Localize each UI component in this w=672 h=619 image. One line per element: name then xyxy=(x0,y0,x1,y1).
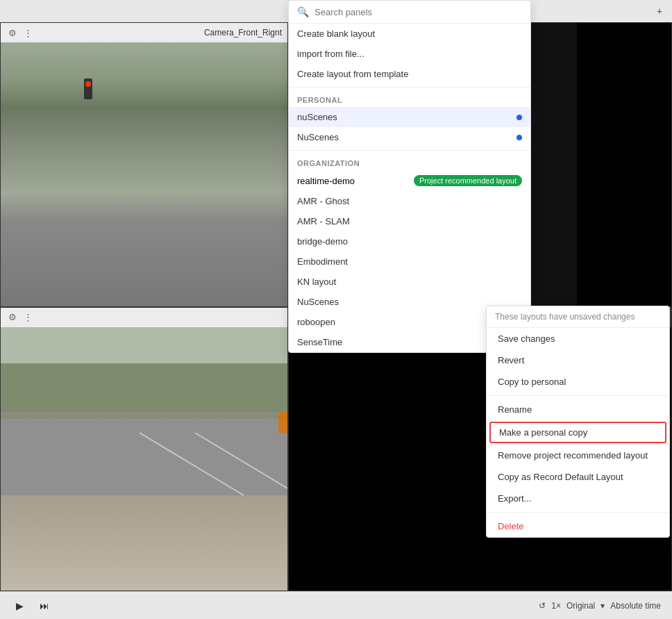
project-recommended-badge: Project recommended layout xyxy=(414,175,522,186)
divider-1 xyxy=(289,87,530,88)
traffic-light xyxy=(84,79,92,99)
amr-slam-item[interactable]: AMR - SLAM xyxy=(289,211,530,231)
camera-right-overlay xyxy=(1,308,287,591)
create-blank-layout-item[interactable]: Create blank layout xyxy=(289,24,530,44)
context-divider-2 xyxy=(487,512,669,513)
add-panel-icon[interactable]: + xyxy=(653,4,666,18)
nuscenes-upper-dot xyxy=(516,135,522,140)
gear-icon-right[interactable]: ⚙ xyxy=(6,311,19,324)
camera-right-controls: ⚙ ⋮ xyxy=(6,311,34,324)
context-menu: These layouts have unsaved changes Save … xyxy=(486,306,670,538)
bottom-bar: ▶ ⏭ ↺ 1× Original ▾ Absolute time xyxy=(0,591,672,619)
remove-recommended-item[interactable]: Remove project recommended layout xyxy=(487,445,669,466)
play-button[interactable]: ▶ xyxy=(11,597,28,614)
divider-2 xyxy=(289,150,530,151)
repeat-icon[interactable]: ↺ xyxy=(539,601,546,611)
camera-front-controls-left: ⚙ ⋮ xyxy=(6,26,34,39)
rename-item[interactable]: Rename xyxy=(487,399,669,420)
realtime-demo-item[interactable]: realtime-demo Project recommended layout xyxy=(289,170,530,191)
amr-ghost-item[interactable]: AMR - Ghost xyxy=(289,191,530,211)
camera-right-header: ⚙ ⋮ xyxy=(1,308,287,327)
gear-icon[interactable]: ⚙ xyxy=(6,26,19,39)
make-personal-copy-item[interactable]: Make a personal copy xyxy=(489,422,666,443)
revert-item[interactable]: Revert xyxy=(487,349,669,371)
org-section-label: ORGANIZATION xyxy=(289,154,530,170)
traffic-light-red xyxy=(85,81,91,87)
nuscenes-upper-item[interactable]: NuScenes xyxy=(289,127,530,147)
layout-dropdown: 🔍 Create blank layout import from file..… xyxy=(288,0,531,353)
camera-right-image xyxy=(1,308,287,591)
bridge-demo-item[interactable]: bridge-demo xyxy=(289,231,530,251)
camera-right-panel: ⚙ ⋮ xyxy=(0,307,288,592)
playback-settings: ↺ 1× Original ▾ Absolute time xyxy=(539,601,661,611)
view-chevron[interactable]: ▾ xyxy=(600,601,605,611)
search-icon: 🔍 xyxy=(297,6,309,17)
speed-label[interactable]: 1× xyxy=(551,601,561,611)
main-container: + ⚙ ⋮ Camera_Front_Rignt xyxy=(0,0,672,619)
svg-rect-59 xyxy=(1,419,287,495)
svg-rect-64 xyxy=(1,363,287,412)
more-icon[interactable]: ⋮ xyxy=(22,26,34,39)
create-from-template-item[interactable]: Create layout from template xyxy=(289,64,530,84)
playback-controls: ▶ ⏭ xyxy=(11,597,53,614)
skip-button[interactable]: ⏭ xyxy=(36,597,53,614)
copy-record-default-item[interactable]: Copy as Record Default Layout xyxy=(487,466,669,488)
camera-front-image xyxy=(1,23,287,306)
personal-section-label: PERSONAL xyxy=(289,90,530,107)
context-menu-header: These layouts have unsaved changes xyxy=(487,306,669,328)
context-divider-1 xyxy=(487,395,669,396)
delete-item[interactable]: Delete xyxy=(487,515,669,537)
kn-layout-item[interactable]: KN layout xyxy=(289,272,530,292)
copy-to-personal-item[interactable]: Copy to personal xyxy=(487,371,669,393)
search-box: 🔍 xyxy=(289,1,530,24)
nuscenes-lower-item[interactable]: nuScenes xyxy=(289,107,530,127)
search-input[interactable] xyxy=(314,7,522,17)
save-changes-item[interactable]: Save changes xyxy=(487,328,669,349)
nuscenes-lower-dot xyxy=(516,115,522,120)
export-item[interactable]: Export... xyxy=(487,488,669,509)
camera-front-header: ⚙ ⋮ Camera_Front_Rignt xyxy=(1,23,287,42)
camera-front-panel: ⚙ ⋮ Camera_Front_Rignt xyxy=(0,22,288,307)
import-from-file-item[interactable]: import from file... xyxy=(289,44,530,64)
more-icon-right[interactable]: ⋮ xyxy=(22,311,34,324)
camera-front-title: Camera_Front_Rignt xyxy=(204,28,282,38)
time-mode-label: Absolute time xyxy=(610,601,661,611)
view-label[interactable]: Original xyxy=(566,601,595,611)
embodiment-item[interactable]: Embodiment xyxy=(289,251,530,272)
